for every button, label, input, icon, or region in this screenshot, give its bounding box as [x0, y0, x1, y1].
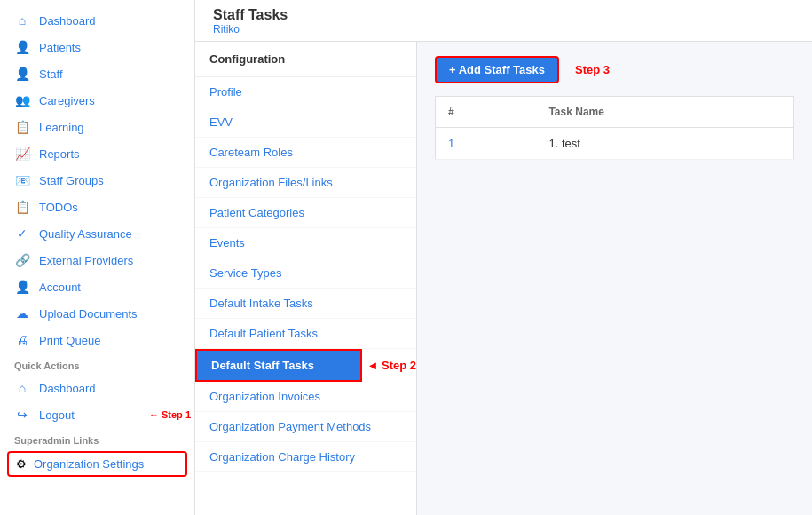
table-row: 1 1. test	[436, 128, 794, 160]
col-task-name: Task Name	[536, 97, 793, 128]
config-menu-item-default-intake[interactable]: Default Intake Tasks	[195, 289, 416, 319]
col-number: #	[436, 97, 537, 128]
sidebar-item-external-providers[interactable]: 🔗 External Providers	[0, 247, 194, 273]
config-menu-item-profile[interactable]: Profile	[195, 77, 416, 107]
logout-icon: ↪	[14, 408, 30, 422]
dashboard-icon: ⌂	[14, 13, 30, 28]
main-header: Staff Tasks Ritiko	[195, 0, 812, 42]
row-num[interactable]: 1	[436, 128, 537, 160]
upload-icon: ☁	[14, 306, 30, 321]
todos-icon: 📋	[14, 200, 30, 214]
config-menu-item-default-patient[interactable]: Default Patient Tasks	[195, 319, 416, 349]
quick-actions-label: Quick Actions	[0, 353, 194, 375]
config-menu-item-default-staff[interactable]: Default Staff Tasks	[195, 349, 362, 382]
sidebar-item-learning[interactable]: 📋 Learning	[0, 114, 194, 140]
sidebar-item-print-queue[interactable]: 🖨 Print Queue	[0, 327, 194, 353]
tasks-panel: + Add Staff Tasks Step 3 # Task Name 1 1…	[417, 42, 812, 515]
config-menu-item-org-files[interactable]: Organization Files/Links	[195, 168, 416, 198]
step2-arrow: ◄ Step 2	[367, 359, 417, 372]
main-area: Staff Tasks Ritiko Configuration Profile…	[195, 0, 812, 515]
sidebar-item-caregivers[interactable]: 👥 Caregivers	[0, 87, 194, 114]
config-menu-item-org-invoices[interactable]: Organization Invoices	[195, 382, 416, 412]
config-menu-item-careteam-roles[interactable]: Careteam Roles	[195, 138, 416, 168]
sidebar-item-quality-assurance[interactable]: ✓ Quality Assurance	[0, 220, 194, 247]
staff-icon: 👤	[14, 67, 30, 81]
config-menu-item-events[interactable]: Events	[195, 228, 416, 258]
config-menu-item-evv[interactable]: EVV	[195, 107, 416, 138]
step3-label: Step 3	[575, 63, 610, 76]
sidebar-item-staff[interactable]: 👤 Staff	[0, 60, 194, 87]
row-task-name: 1. test	[536, 128, 793, 160]
external-providers-icon: 🔗	[14, 253, 30, 267]
learning-icon: 📋	[14, 120, 30, 134]
patients-icon: 👤	[14, 40, 30, 54]
config-menu-item-patient-categories[interactable]: Patient Categories	[195, 198, 416, 228]
tasks-table: # Task Name 1 1. test	[435, 96, 794, 160]
page-subtitle: Ritiko	[213, 23, 794, 36]
config-menu-item-org-charge-history[interactable]: Organization Charge History	[195, 442, 416, 472]
config-menu-item-service-types[interactable]: Service Types	[195, 258, 416, 289]
sidebar-item-reports[interactable]: 📈 Reports	[0, 140, 194, 167]
add-staff-tasks-button[interactable]: + Add Staff Tasks	[435, 56, 559, 83]
superadmin-label: Superadmin Links	[0, 428, 194, 449]
sidebar-item-todos[interactable]: 📋 TODOs	[0, 194, 194, 220]
config-menu: Configuration Profile EVV Careteam Roles…	[195, 42, 417, 515]
main-content: Configuration Profile EVV Careteam Roles…	[195, 42, 812, 515]
sidebar: ⌂ Dashboard 👤 Patients 👤 Staff 👥 Caregiv…	[0, 0, 195, 515]
caregivers-icon: 👥	[14, 93, 30, 107]
org-settings-icon: ⚙	[16, 457, 27, 471]
quality-assurance-icon: ✓	[14, 226, 30, 241]
step1-label: ← Step 1	[149, 409, 191, 420]
config-menu-item-org-payment-methods[interactable]: Organization Payment Methods	[195, 412, 416, 442]
sidebar-nav: ⌂ Dashboard 👤 Patients 👤 Staff 👥 Caregiv…	[0, 0, 194, 515]
sidebar-item-patients[interactable]: 👤 Patients	[0, 34, 194, 60]
config-menu-header: Configuration	[195, 42, 416, 77]
quick-dashboard-icon: ⌂	[14, 381, 30, 395]
sidebar-item-dashboard[interactable]: ⌂ Dashboard	[0, 7, 194, 34]
sidebar-item-logout[interactable]: ↪ Logout	[0, 401, 146, 428]
account-icon: 👤	[14, 280, 30, 294]
sidebar-item-upload-documents[interactable]: ☁ Upload Documents	[0, 300, 194, 327]
reports-icon: 📈	[14, 147, 30, 161]
sidebar-item-account[interactable]: 👤 Account	[0, 273, 194, 300]
page-title: Staff Tasks	[213, 7, 794, 23]
staff-groups-icon: 📧	[14, 173, 30, 187]
sidebar-item-staff-groups[interactable]: 📧 Staff Groups	[0, 167, 194, 194]
sidebar-item-org-settings[interactable]: ⚙ Organization Settings	[7, 451, 187, 477]
sidebar-item-quick-dashboard[interactable]: ⌂ Dashboard	[0, 375, 194, 401]
print-icon: 🖨	[14, 333, 30, 347]
